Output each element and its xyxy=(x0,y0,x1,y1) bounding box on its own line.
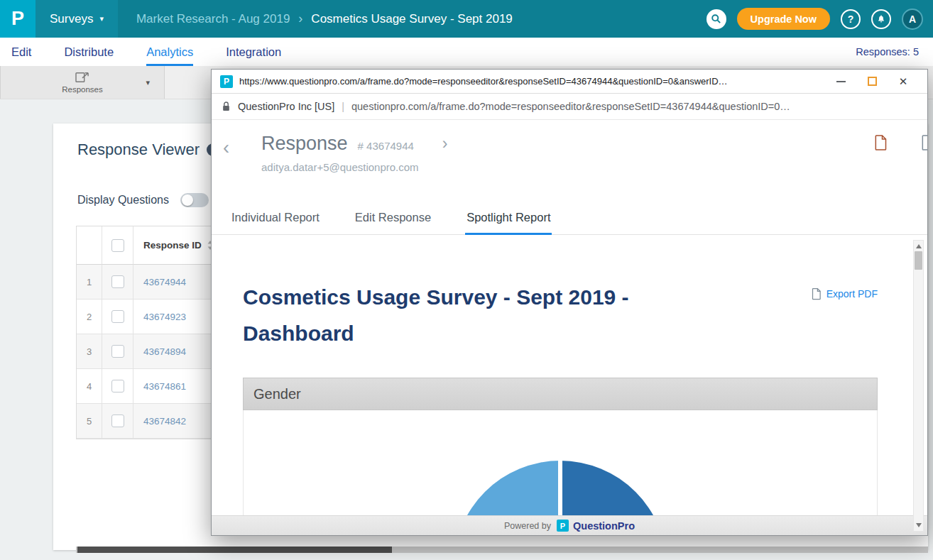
export-pdf-icon xyxy=(811,287,822,300)
avatar-initial: A xyxy=(909,13,916,25)
pie-slice-divider xyxy=(558,461,562,515)
brand-block: P Surveys ▾ xyxy=(0,0,118,38)
download-pdf-button[interactable] xyxy=(873,134,888,154)
search-button[interactable] xyxy=(706,9,726,29)
row-number: 2 xyxy=(77,300,102,334)
address-divider: | xyxy=(342,101,344,112)
tab-spotlight-report[interactable]: Spotlight Report xyxy=(465,202,552,235)
questionpro-footer-link[interactable]: P QuestionPro xyxy=(557,520,635,532)
spotlight-report-content: Export PDF Cosmetics Usage Survey - Sept… xyxy=(212,235,927,515)
popup-window-title: https://www.questionpro.com/a/frame.do?m… xyxy=(239,76,810,87)
next-response-button[interactable]: › xyxy=(442,136,448,152)
scroll-up-arrow-icon[interactable] xyxy=(916,244,922,248)
popup-title-bar: P https://www.questionpro.com/a/frame.do… xyxy=(212,70,927,94)
nav-item-integration[interactable]: Integration xyxy=(226,38,281,66)
file-icon xyxy=(920,134,928,151)
topbar: P Surveys ▾ Market Research - Aug 2019 ›… xyxy=(0,0,933,38)
display-questions-label: Display Questions xyxy=(77,194,169,207)
report-tabs: Individual Report Edit Response Spotligh… xyxy=(212,202,927,235)
breadcrumb-separator-icon: › xyxy=(298,11,302,26)
row-checkbox[interactable] xyxy=(111,414,124,427)
help-icon: ? xyxy=(848,13,854,25)
row-checkbox-cell xyxy=(102,404,133,439)
responses-menu-content: Responses xyxy=(62,71,103,94)
previous-response-button[interactable]: ‹ xyxy=(223,138,229,158)
maximize-icon xyxy=(868,77,877,86)
responses-icon xyxy=(75,71,90,84)
scroll-down-arrow-icon[interactable] xyxy=(916,523,922,527)
survey-nav: Edit Distribute Analytics Integration Re… xyxy=(0,38,933,66)
row-number: 1 xyxy=(77,265,102,300)
row-checkbox-cell xyxy=(102,334,133,369)
minimize-button[interactable] xyxy=(825,72,856,92)
breadcrumb-current: Cosmetics Usage Survey - Sept 2019 xyxy=(311,12,512,26)
minimize-icon xyxy=(836,81,846,82)
popup-vertical-scrollbar[interactable] xyxy=(913,240,924,532)
row-number: 5 xyxy=(77,404,102,439)
site-identity: QuestionPro Inc [US] xyxy=(238,101,334,112)
close-icon: ✕ xyxy=(899,76,908,87)
questionpro-wordmark: QuestionPro xyxy=(573,520,635,532)
gender-chart-area xyxy=(243,410,878,515)
address-url: questionpro.com/a/frame.do?mode=response… xyxy=(351,101,917,112)
toggle-knob xyxy=(182,194,193,206)
gender-panel: Gender xyxy=(243,378,878,515)
header-checkbox-cell xyxy=(102,226,133,265)
horizontal-scrollbar-thumb[interactable] xyxy=(77,547,392,553)
row-checkbox[interactable] xyxy=(111,275,124,288)
upgrade-now-button[interactable]: Upgrade Now xyxy=(737,8,830,30)
breadcrumb: Market Research - Aug 2019 › Cosmetics U… xyxy=(136,11,513,26)
row-checkbox-cell xyxy=(102,265,133,300)
tab-edit-response[interactable]: Edit Response xyxy=(354,202,432,235)
footer-logo-letter: P xyxy=(560,522,565,530)
powered-by-label: Powered by xyxy=(504,521,551,531)
row-checkbox[interactable] xyxy=(111,310,124,323)
responses-count: Responses: 5 xyxy=(856,38,933,66)
page-title: Response Viewer xyxy=(77,141,200,159)
row-checkbox-cell xyxy=(102,369,133,404)
vertical-scrollbar-thumb[interactable] xyxy=(915,251,922,270)
powered-by-footer: Powered by P QuestionPro xyxy=(212,515,927,535)
row-checkbox-cell xyxy=(102,300,133,334)
export-pdf-button[interactable]: Export PDF xyxy=(811,287,878,300)
horizontal-scrollbar[interactable] xyxy=(76,547,928,553)
chevron-down-icon: ▾ xyxy=(99,14,104,23)
export-pdf-label: Export PDF xyxy=(826,288,878,300)
row-checkbox[interactable] xyxy=(111,345,124,358)
nav-item-distribute[interactable]: Distribute xyxy=(64,38,114,66)
questionpro-logo[interactable]: P xyxy=(0,0,36,38)
bell-icon xyxy=(876,14,886,24)
help-button[interactable]: ? xyxy=(841,9,861,29)
secondary-export-button[interactable] xyxy=(920,134,928,154)
response-id-header-label: Response ID xyxy=(143,240,202,251)
response-header: ‹ Response # 43674944 › aditya.datar+5@q… xyxy=(212,120,927,202)
topbar-actions: Upgrade Now ? A xyxy=(706,0,923,38)
tab-individual-report[interactable]: Individual Report xyxy=(230,202,321,235)
chevron-down-icon: ▾ xyxy=(146,78,150,87)
row-checkbox[interactable] xyxy=(111,380,124,392)
row-number: 4 xyxy=(77,369,102,404)
search-icon xyxy=(711,13,721,24)
maximize-button[interactable] xyxy=(856,72,888,92)
questionpro-footer-logo: P xyxy=(557,520,569,532)
close-button[interactable]: ✕ xyxy=(888,72,919,92)
display-questions-toggle[interactable] xyxy=(180,193,209,207)
response-title-row: Response # 43674944 › xyxy=(261,133,448,155)
row-number: 3 xyxy=(77,334,102,369)
questionpro-favicon: P xyxy=(220,75,233,88)
nav-item-analytics[interactable]: Analytics xyxy=(146,38,193,66)
nav-item-edit[interactable]: Edit xyxy=(11,38,31,66)
response-title: Response xyxy=(261,133,348,155)
lock-icon xyxy=(222,101,231,112)
notifications-button[interactable] xyxy=(871,9,891,29)
responses-menu-button[interactable]: Responses ▾ xyxy=(0,66,165,99)
breadcrumb-parent-link[interactable]: Market Research - Aug 2019 xyxy=(136,12,290,26)
user-avatar[interactable]: A xyxy=(902,9,923,30)
surveys-dropdown[interactable]: Surveys ▾ xyxy=(36,0,118,38)
window-controls: ✕ xyxy=(825,72,919,92)
popup-address-bar: QuestionPro Inc [US] | questionpro.com/a… xyxy=(212,94,927,120)
responses-menu-label: Responses xyxy=(62,85,103,94)
select-all-checkbox[interactable] xyxy=(111,239,124,252)
response-id-value: # 43674944 xyxy=(358,140,414,152)
gender-panel-header: Gender xyxy=(243,378,878,410)
